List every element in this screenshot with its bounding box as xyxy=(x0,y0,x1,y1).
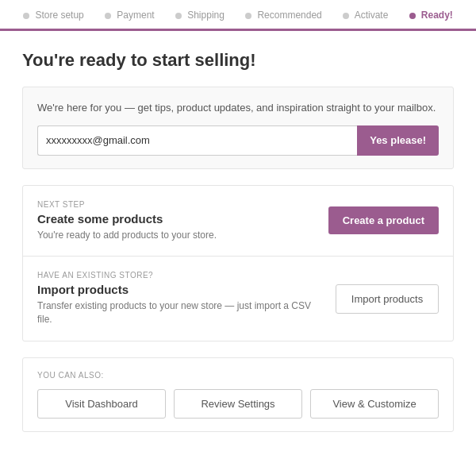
nav-ready[interactable]: Ready! xyxy=(409,10,453,29)
main-content: You're ready to start selling! We're her… xyxy=(0,31,476,451)
nav-activate[interactable]: Activate xyxy=(343,10,388,29)
progress-nav: Store setup Payment Shipping Recommended… xyxy=(0,0,476,31)
yes-please-button[interactable]: Yes please! xyxy=(357,125,439,156)
nav-payment[interactable]: Payment xyxy=(105,10,155,29)
import-products-step: HAVE AN EXISTING STORE? Import products … xyxy=(23,257,453,341)
nav-shipping[interactable]: Shipping xyxy=(175,10,225,29)
page-wrapper: Store setup Payment Shipping Recommended… xyxy=(0,0,476,463)
newsletter-description: We're here for you — get tips, product u… xyxy=(37,100,439,116)
create-products-step: NEXT STEP Create some products You're re… xyxy=(23,186,453,257)
import-products-button[interactable]: Import products xyxy=(336,284,439,314)
also-section: YOU CAN ALSO: Visit Dashboard Review Set… xyxy=(22,357,454,432)
newsletter-form: Yes please! xyxy=(37,125,439,156)
nav-recommended[interactable]: Recommended xyxy=(245,10,322,29)
import-products-label: HAVE AN EXISTING STORE? xyxy=(37,271,323,280)
create-products-desc: You're ready to add products to your sto… xyxy=(37,229,316,242)
create-products-title: Create some products xyxy=(37,212,316,226)
create-product-button[interactable]: Create a product xyxy=(328,206,439,234)
import-products-title: Import products xyxy=(37,283,323,296)
nav-store-setup[interactable]: Store setup xyxy=(23,10,84,29)
email-input[interactable] xyxy=(37,125,357,156)
steps-container: NEXT STEP Create some products You're re… xyxy=(22,185,454,341)
create-products-info: NEXT STEP Create some products You're re… xyxy=(37,200,328,242)
also-buttons: Visit Dashboard Review Settings View & C… xyxy=(37,389,439,419)
visit-dashboard-button[interactable]: Visit Dashboard xyxy=(37,389,166,419)
review-settings-button[interactable]: Review Settings xyxy=(174,389,302,419)
progress-bar-fill xyxy=(0,29,476,31)
create-products-label: NEXT STEP xyxy=(37,200,316,209)
import-products-info: HAVE AN EXISTING STORE? Import products … xyxy=(37,271,336,326)
also-label: YOU CAN ALSO: xyxy=(37,371,439,380)
page-title: You're ready to start selling! xyxy=(22,50,454,71)
view-customize-button[interactable]: View & Customize xyxy=(310,389,439,419)
newsletter-box: We're here for you — get tips, product u… xyxy=(22,87,454,169)
import-products-desc: Transfer existing products to your new s… xyxy=(37,299,323,326)
